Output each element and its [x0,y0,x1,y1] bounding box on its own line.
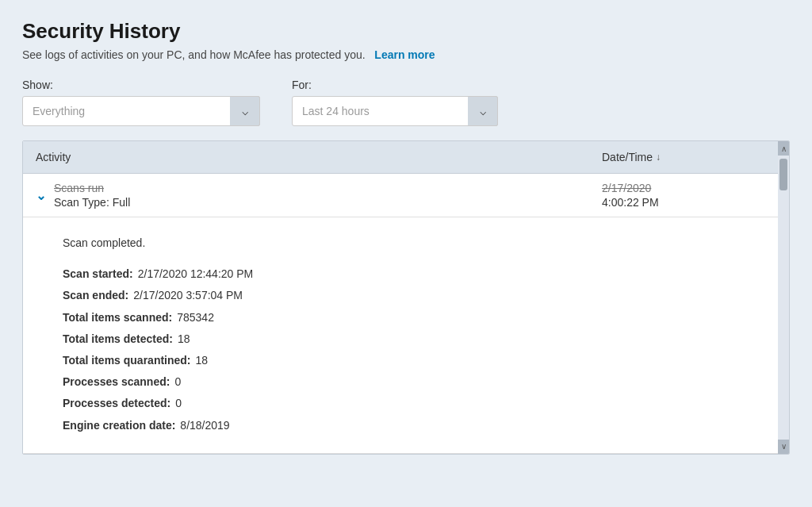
show-filter-group: Show: EverythingScansFirewallThreats ⌵ [22,79,260,126]
for-label: For: [292,79,498,91]
for-filter-group: For: Last 24 hoursLast 7 daysLast 30 day… [292,79,498,126]
detail-line: Processes detected:0 [63,394,765,413]
sort-arrow-icon[interactable]: ↓ [656,152,661,163]
detail-key: Total items detected: [63,329,173,349]
detail-val: 2/17/2020 12:44:20 PM [138,264,254,284]
detail-key: Processes scanned: [63,372,170,392]
detail-val: 2/17/2020 3:57:04 PM [133,286,243,305]
show-select-wrapper: EverythingScansFirewallThreats ⌵ [22,96,260,126]
table-header: Activity Date/Time ↓ [23,141,789,174]
detail-key: Scan ended: [63,286,128,305]
row-activity-sub: Scan Type: Full [54,196,602,209]
detail-val: 785342 [177,308,214,328]
show-label: Show: [22,79,260,91]
learn-more-link[interactable]: Learn more [374,48,435,61]
detail-val: 18 [178,329,190,349]
filters-row: Show: EverythingScansFirewallThreats ⌵ F… [22,79,790,126]
row-toggle-icon[interactable]: ⌄ [36,188,46,203]
detail-key: Scan started: [63,264,133,284]
scroll-up-button[interactable]: ∧ [778,141,789,156]
scroll-down-button[interactable]: ∨ [778,440,789,454]
detail-line: Scan ended:2/17/2020 3:57:04 PM [63,286,765,305]
for-select-wrapper: Last 24 hoursLast 7 daysLast 30 daysAll … [292,96,498,126]
detail-val: 0 [175,394,182,413]
page-subtitle: See logs of activities on your PC, and h… [22,48,790,61]
detail-val: 8/18/2019 [180,416,229,436]
show-select[interactable]: EverythingScansFirewallThreats [22,96,260,126]
detail-line: Total items detected:18 [63,329,765,349]
detail-line: Engine creation date:8/18/2019 [63,416,765,436]
row-activity-title: Scans run [54,182,602,194]
detail-line: Processes scanned:0 [63,372,765,392]
activity-table: Activity Date/Time ↓ ⌄ Scans run Scan Ty… [22,140,790,455]
row-activity-content: Scans run Scan Type: Full [54,182,602,209]
scrollbar[interactable]: ∧ ∨ [778,141,789,454]
page-container: Security History See logs of activities … [0,0,812,507]
detail-key: Total items scanned: [63,308,172,328]
detail-val: 0 [174,372,181,392]
row-datetime-content: 2/17/2020 4:00:22 PM [602,182,776,209]
detail-intro: Scan completed. [63,233,765,253]
detail-key: Engine creation date: [63,416,175,436]
detail-val: 18 [196,351,209,371]
row-date: 2/17/2020 [602,182,776,194]
row-main[interactable]: ⌄ Scans run Scan Type: Full 2/17/2020 4:… [23,174,789,217]
subtitle-text: See logs of activities on your PC, and h… [22,48,366,61]
page-title: Security History [22,19,790,44]
for-select[interactable]: Last 24 hoursLast 7 daysLast 30 daysAll … [292,96,498,126]
table-row: ⌄ Scans run Scan Type: Full 2/17/2020 4:… [23,174,789,454]
detail-lines: Scan started:2/17/2020 12:44:20 PMScan e… [63,264,765,436]
row-detail-panel: Scan completed. Scan started:2/17/2020 1… [23,217,789,453]
col-datetime-header: Date/Time ↓ [602,151,776,163]
detail-line: Scan started:2/17/2020 12:44:20 PM [63,264,765,284]
scroll-thumb[interactable] [779,159,787,190]
detail-key: Processes detected: [63,394,170,413]
detail-key: Total items quarantined: [63,351,191,371]
col-activity-header: Activity [36,151,602,163]
row-time: 4:00:22 PM [602,196,776,209]
detail-line: Total items scanned:785342 [63,308,765,328]
detail-line: Total items quarantined:18 [63,351,765,371]
